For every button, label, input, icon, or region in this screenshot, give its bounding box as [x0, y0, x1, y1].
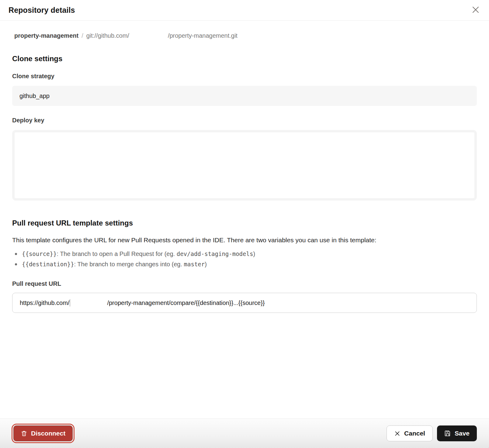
pr-template-description: This template configures the URL for new… — [12, 236, 477, 244]
x-icon — [394, 430, 401, 437]
list-item: {{destination}}: The branch to merge cha… — [12, 260, 477, 269]
deploy-key-textarea[interactable] — [12, 130, 477, 201]
variable-destination: {{destination}} — [22, 261, 74, 268]
text-caret — [70, 299, 70, 306]
variable-source-text: : The branch to open a Pull Request for … — [57, 250, 176, 257]
page-title: Repository details — [9, 6, 75, 15]
variable-source-close: ) — [253, 250, 255, 257]
close-button[interactable] — [471, 5, 480, 15]
variable-source-example: dev/add-staging-models — [177, 250, 253, 257]
cancel-button-label: Cancel — [404, 430, 425, 437]
clone-settings-heading: Clone settings — [12, 54, 477, 63]
variable-destination-example: master — [184, 261, 205, 268]
modal-header: Repository details — [0, 0, 489, 21]
breadcrumb-url-prefix: git://github.com/ — [86, 32, 129, 39]
floppy-disk-icon — [444, 430, 451, 437]
footer-action-group: Cancel Save — [387, 425, 477, 441]
variable-destination-close: ) — [205, 261, 207, 268]
pr-url-input[interactable]: https://github.com/ /property-management… — [12, 293, 477, 313]
repository-details-modal: Repository details property-management /… — [0, 0, 489, 313]
pr-template-heading: Pull request URL template settings — [12, 219, 477, 227]
clone-strategy-value: github_app — [19, 93, 50, 100]
modal-body: property-management / git://github.com/ … — [0, 32, 489, 313]
disconnect-button[interactable]: Disconnect — [13, 425, 73, 441]
variable-destination-text: : The branch to merge changes into (eg. — [74, 261, 184, 268]
save-button-label: Save — [455, 430, 470, 437]
variable-source: {{source}} — [22, 250, 57, 257]
pr-template-variable-list: {{source}}: The branch to open a Pull Re… — [12, 249, 477, 269]
close-icon — [472, 6, 480, 15]
breadcrumb-repo-name: property-management — [14, 32, 78, 39]
pr-url-label: Pull request URL — [12, 280, 477, 287]
breadcrumb-separator: / — [82, 32, 83, 39]
breadcrumb-url-suffix: /property-management.git — [168, 32, 238, 39]
cancel-button[interactable]: Cancel — [387, 425, 433, 441]
modal-footer: Disconnect Cancel — [0, 418, 489, 448]
breadcrumb: property-management / git://github.com/ … — [12, 32, 477, 39]
pr-url-value-suffix: /property-management/compare/{{destinati… — [107, 299, 265, 306]
list-item: {{source}}: The branch to open a Pull Re… — [12, 249, 477, 258]
save-button[interactable]: Save — [437, 425, 477, 441]
clone-strategy-input: github_app — [12, 86, 477, 106]
pr-url-value-prefix: https://github.com/ — [20, 299, 69, 306]
clone-strategy-label: Clone strategy — [12, 73, 477, 80]
deploy-key-label: Deploy key — [12, 117, 477, 124]
disconnect-button-label: Disconnect — [31, 430, 65, 437]
trash-icon — [21, 430, 27, 437]
